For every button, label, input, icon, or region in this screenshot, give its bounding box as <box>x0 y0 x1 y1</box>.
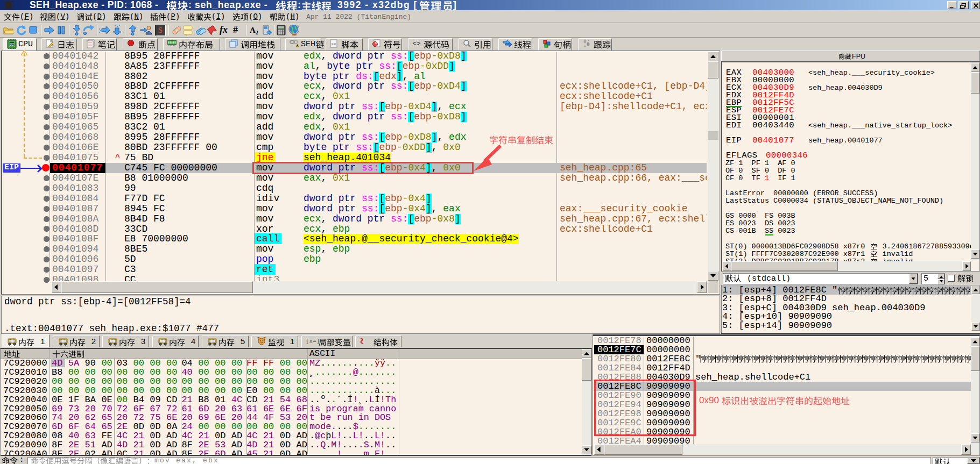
svg-text:32: 32 <box>10 42 14 46</box>
svg-text:<>: <> <box>331 41 336 46</box>
svg-text:<>: <> <box>412 40 421 47</box>
